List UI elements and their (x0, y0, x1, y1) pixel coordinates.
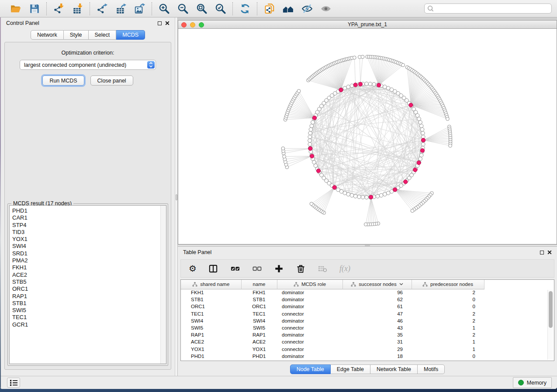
table-cell[interactable]: 2 (412, 317, 484, 324)
column-header-predecessor-nodes[interactable]: predecessor nodes (412, 280, 484, 289)
table-scrollbar[interactable] (547, 290, 553, 360)
export-network-icon[interactable] (96, 3, 108, 14)
column-header-MCDS-role[interactable]: MCDS role (277, 280, 343, 289)
table-cell[interactable]: dominator (277, 317, 343, 324)
table-cell[interactable]: RAP1 (241, 331, 277, 338)
table-cell[interactable]: connector (277, 346, 343, 353)
zoom-out-icon[interactable] (177, 3, 189, 14)
export-image-icon[interactable] (134, 3, 145, 14)
table-cell[interactable]: dominator (277, 296, 343, 303)
network-graph[interactable] (178, 29, 557, 244)
table-cell[interactable]: ORC1 (181, 303, 241, 310)
open-file-icon[interactable] (10, 3, 21, 14)
network-canvas[interactable] (178, 29, 557, 244)
table-cell[interactable]: 2 (412, 331, 484, 338)
table-cell[interactable]: 31 (343, 338, 412, 345)
window-zoom-button[interactable] (199, 22, 204, 28)
table-cell[interactable]: 96 (343, 289, 412, 296)
mcds-result-item[interactable]: TID3 (12, 229, 166, 236)
column-header-shared-name[interactable]: shared name (181, 280, 241, 289)
table-cell[interactable]: YOX1 (241, 346, 277, 353)
table-cell[interactable]: 0 (412, 303, 484, 310)
tab-mcds[interactable]: MCDS (116, 30, 145, 40)
table-cell[interactable]: FKH1 (241, 289, 277, 296)
memory-button[interactable]: Memory (513, 377, 552, 388)
table-cell[interactable]: 29 (343, 346, 412, 353)
refresh-layout-icon[interactable] (239, 3, 251, 14)
table-cell[interactable]: 1 (412, 346, 484, 353)
table-row[interactable]: TEC1TEC1connector472 (181, 310, 484, 317)
mcds-result-item[interactable]: PMA2 (12, 257, 166, 264)
unselect-all-checks-icon[interactable] (252, 263, 262, 274)
table-cell[interactable]: 18 (343, 353, 412, 360)
table-cell[interactable]: dominator (277, 303, 343, 310)
table-cell[interactable]: ACE2 (181, 338, 241, 345)
table-row[interactable]: PHD1PHD1dominator180 (181, 353, 484, 360)
tab-style[interactable]: Style (64, 30, 89, 40)
show-columns-icon[interactable] (208, 263, 218, 274)
float-panel-icon[interactable] (158, 21, 162, 25)
table-row[interactable]: RAP1RAP1dominator352 (181, 331, 484, 338)
list-scrollbar[interactable] (160, 206, 166, 364)
mcds-result-item[interactable]: CAR1 (12, 214, 166, 221)
mcds-result-item[interactable]: SWI4 (12, 243, 166, 250)
mcds-result-item[interactable]: ACE2 (12, 272, 166, 279)
run-mcds-button[interactable]: Run MCDS (42, 76, 84, 86)
mcds-result-item[interactable]: RAP1 (12, 293, 166, 300)
zoom-in-icon[interactable] (158, 3, 170, 14)
table-row[interactable]: ACE2ACE2connector311 (181, 338, 484, 345)
table-cell[interactable]: 1 (412, 338, 484, 345)
table-cell[interactable]: 35 (343, 331, 412, 338)
add-column-icon[interactable] (274, 263, 284, 274)
close-panel-icon[interactable] (547, 250, 552, 254)
select-all-checks-icon[interactable] (230, 263, 240, 274)
table-cell[interactable]: 61 (343, 303, 412, 310)
mcds-result-item[interactable]: STB1 (12, 300, 166, 307)
table-cell[interactable]: connector (277, 338, 343, 345)
tab-edge-table[interactable]: Edge Table (331, 364, 370, 374)
table-cell[interactable]: STB1 (181, 296, 241, 303)
table-cell[interactable]: dominator (277, 353, 343, 360)
table-cell[interactable]: 1 (412, 324, 484, 331)
table-cell[interactable]: FKH1 (181, 289, 241, 296)
import-table-icon[interactable] (72, 3, 83, 14)
table-cell[interactable]: YOX1 (181, 346, 241, 353)
tab-motifs[interactable]: Motifs (418, 364, 445, 374)
settings-gear-icon[interactable]: ⚙ (189, 263, 197, 274)
scrollbar-thumb[interactable] (549, 291, 553, 328)
vertical-splitter[interactable] (175, 17, 178, 376)
search-box[interactable] (424, 3, 552, 14)
table-cell[interactable]: SWI4 (181, 317, 241, 324)
table-cell[interactable]: dominator (277, 331, 343, 338)
table-row[interactable]: SWI5SWI5connector431 (181, 324, 484, 331)
table-row[interactable]: SWI4SWI4dominator462 (181, 317, 484, 324)
table-cell[interactable]: connector (277, 324, 343, 331)
document-share-icon[interactable] (263, 3, 275, 14)
table-cell[interactable]: ACE2 (241, 338, 277, 345)
table-cell[interactable]: STB1 (241, 296, 277, 303)
table-cell[interactable]: PHD1 (181, 353, 241, 360)
table-cell[interactable]: 46 (343, 317, 412, 324)
mcds-result-item[interactable]: SWI5 (12, 307, 166, 314)
table-row[interactable]: STB1STB1dominator620 (181, 296, 484, 303)
zoom-selected-icon[interactable] (214, 3, 226, 14)
tab-node-table[interactable]: Node Table (290, 364, 331, 374)
mcds-result-item[interactable]: FKH1 (12, 264, 166, 271)
table-cell[interactable]: dominator (277, 289, 343, 296)
table-row[interactable]: YOX1YOX1connector291 (181, 346, 484, 353)
search-input[interactable] (436, 6, 549, 12)
mcds-result-item[interactable]: SRD1 (12, 250, 166, 257)
table-cell[interactable]: 2 (412, 310, 484, 317)
save-session-icon[interactable] (28, 3, 40, 14)
table-cell[interactable]: 47 (343, 310, 412, 317)
tab-network[interactable]: Network (31, 30, 64, 40)
tab-network-table[interactable]: Network Table (370, 364, 418, 374)
table-cell[interactable]: 43 (343, 324, 412, 331)
optimization-criterion-select[interactable]: largest connected component (undirected) (20, 60, 156, 70)
table-cell[interactable]: 0 (412, 296, 484, 303)
mcds-result-item[interactable]: STB5 (12, 279, 166, 285)
table-row[interactable]: ORC1ORC1dominator610 (181, 303, 484, 310)
table-cell[interactable]: connector (277, 310, 343, 317)
window-close-button[interactable] (181, 22, 187, 28)
task-history-button[interactable] (7, 378, 20, 388)
